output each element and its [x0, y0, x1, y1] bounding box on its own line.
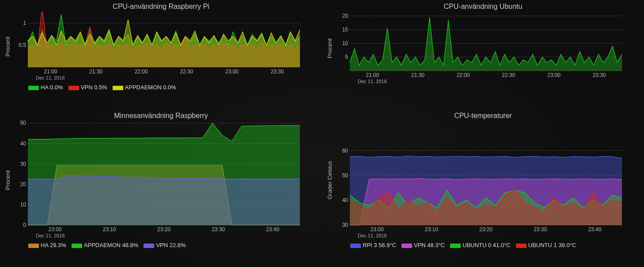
svg-text:22:30: 22:30 [180, 69, 193, 75]
svg-text:0: 0 [23, 222, 26, 228]
y-axis-label: Procent [4, 11, 12, 82]
panel-rpi-cpu: CPU-användning Raspberry Pi Procent 0.51… [0, 0, 322, 109]
svg-text:21:30: 21:30 [89, 69, 102, 75]
svg-text:50: 50 [20, 121, 27, 126]
legend-item[interactable]: RPI 3 56.9°C [350, 242, 396, 248]
svg-text:23:20: 23:20 [479, 226, 492, 233]
legend-temps: RPI 3 56.9°C VPN 48.3°C UBUNTU 0 41.0°C … [326, 240, 640, 249]
svg-text:22:00: 22:00 [457, 72, 470, 78]
chart-temps[interactable]: 3040506023:0023:1023:2023:3023:40Dec 11,… [334, 121, 625, 240]
legend-item[interactable]: APPDAEMON 0.0% [113, 84, 176, 91]
svg-text:23:30: 23:30 [271, 69, 284, 75]
svg-text:15: 15 [342, 27, 349, 33]
svg-text:23:40: 23:40 [588, 226, 601, 233]
legend-item[interactable]: VPN 48.3°C [402, 242, 445, 248]
chart-title: Minnesanvändning Raspberry [4, 112, 318, 120]
svg-text:23:30: 23:30 [212, 226, 225, 233]
svg-text:23:10: 23:10 [103, 226, 116, 233]
legend-item[interactable]: HA 0.0% [28, 84, 63, 91]
svg-text:20: 20 [342, 13, 349, 19]
chart-rpi-cpu[interactable]: 0.5121:0021:3022:0022:3023:0023:30Dec 11… [12, 11, 303, 82]
svg-text:22:00: 22:00 [135, 69, 148, 75]
chart-ubuntu-cpu[interactable]: 510152021:0021:3022:0022:3023:0023:30Dec… [334, 11, 625, 86]
svg-text:0.5: 0.5 [19, 42, 26, 48]
panel-ubuntu-cpu: CPU-användning Ubuntu Procent 510152021:… [322, 0, 644, 109]
svg-text:5: 5 [345, 54, 348, 60]
y-axis-label: Procent [326, 11, 334, 86]
svg-text:23:20: 23:20 [157, 226, 170, 233]
panel-temps: CPU-temperaturer Grader Celsius 30405060… [322, 109, 644, 267]
svg-text:Dec 11, 2018: Dec 11, 2018 [358, 79, 386, 84]
svg-text:30: 30 [342, 222, 349, 228]
legend-rpi-mem: HA 29.3% APPDAEMON 48.8% VPN 22.6% [4, 240, 318, 249]
legend-item[interactable]: HA 29.3% [28, 242, 66, 248]
svg-text:23:00: 23:00 [547, 72, 561, 78]
svg-text:21:30: 21:30 [411, 72, 424, 78]
chart-title: CPU-temperaturer [326, 112, 640, 120]
y-axis-label: Procent [4, 121, 12, 240]
legend-item[interactable]: VPN 0.5% [68, 84, 107, 91]
svg-text:30: 30 [20, 161, 27, 167]
svg-text:23:10: 23:10 [425, 226, 438, 233]
svg-text:21:00: 21:00 [44, 69, 57, 75]
chart-rpi-mem[interactable]: 0102030405023:0023:1023:2023:3023:40Dec … [12, 121, 303, 240]
svg-text:10: 10 [20, 202, 27, 208]
legend-item[interactable]: UBUNTU 0 41.0°C [450, 242, 511, 248]
svg-text:50: 50 [342, 172, 349, 179]
legend-item[interactable]: APPDAEMON 48.8% [72, 242, 139, 248]
y-axis-label: Grader Celsius [326, 121, 334, 240]
svg-text:21:00: 21:00 [366, 72, 379, 78]
svg-text:60: 60 [342, 148, 349, 154]
svg-text:40: 40 [20, 141, 27, 147]
legend-rpi-cpu: HA 0.0% VPN 0.5% APPDAEMON 0.0% [4, 82, 318, 92]
svg-text:40: 40 [342, 197, 349, 203]
svg-text:23:30: 23:30 [534, 226, 547, 233]
dashboard-grid: CPU-användning Raspberry Pi Procent 0.51… [0, 0, 644, 267]
svg-text:23:40: 23:40 [266, 226, 279, 233]
svg-text:20: 20 [20, 181, 27, 187]
svg-text:Dec 11, 2018: Dec 11, 2018 [36, 233, 64, 238]
svg-text:23:00: 23:00 [225, 69, 239, 75]
svg-text:23:30: 23:30 [593, 72, 606, 78]
svg-text:22:30: 22:30 [502, 72, 515, 78]
svg-text:Dec 11, 2018: Dec 11, 2018 [36, 75, 64, 80]
chart-title: CPU-användning Ubuntu [326, 3, 640, 11]
legend-item[interactable]: VPN 22.6% [144, 242, 186, 248]
svg-text:23:00: 23:00 [371, 226, 384, 233]
svg-text:Dec 11, 2018: Dec 11, 2018 [358, 233, 386, 238]
svg-text:23:00: 23:00 [49, 226, 62, 233]
chart-title: CPU-användning Raspberry Pi [4, 3, 318, 11]
svg-text:10: 10 [342, 40, 349, 46]
panel-rpi-mem: Minnesanvändning Raspberry Procent 01020… [0, 109, 322, 267]
svg-text:1: 1 [23, 20, 26, 26]
legend-item[interactable]: UBUNTU 1 39.0°C [516, 242, 576, 248]
